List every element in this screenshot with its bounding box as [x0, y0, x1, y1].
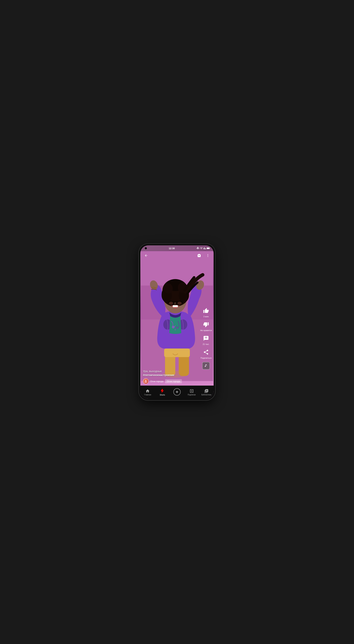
phone-device: 12:30: [139, 244, 215, 400]
nav-add[interactable]: [170, 388, 184, 396]
wifi-icon: [200, 247, 203, 250]
dislike-icon: [203, 322, 209, 328]
subscriptions-icon: [189, 389, 194, 393]
video-title: Ура, выходные: [143, 370, 203, 373]
signal-icon: [203, 247, 206, 250]
svg-point-16: [175, 329, 176, 330]
svg-point-34: [207, 256, 208, 257]
like-icon: [203, 308, 209, 314]
video-hashtag: #пятничноенастроение: [143, 374, 203, 376]
svg-point-30: [169, 302, 173, 304]
share-icon: [203, 349, 209, 355]
channel-name: Огни города: [150, 380, 164, 383]
bottom-nav: Главная Shorts: [140, 386, 214, 399]
music-action[interactable]: [202, 362, 210, 370]
top-bar: [140, 251, 214, 260]
svg-rect-1: [209, 248, 210, 249]
more-button[interactable]: [205, 252, 211, 258]
status-icons: [196, 247, 210, 250]
dislike-action[interactable]: Не нравится: [200, 320, 212, 332]
phone-screen: 12:30: [140, 245, 214, 399]
svg-point-32: [207, 254, 208, 255]
channel-row: Огни города Огни города: [143, 378, 203, 384]
comment-action[interactable]: 21 тыс.: [202, 334, 210, 345]
camera-icon: [197, 254, 201, 258]
back-button[interactable]: [143, 252, 149, 258]
camera-button[interactable]: [196, 252, 202, 258]
bottom-info: Ура, выходные #пятничноенастроение Огни …: [143, 370, 203, 384]
like-action[interactable]: 3 млн: [202, 307, 210, 318]
avatar-person-icon: [144, 380, 148, 383]
dislike-label: Не нравится: [200, 329, 212, 332]
status-bar: 12:30: [140, 245, 214, 251]
svg-rect-35: [205, 366, 207, 366]
nav-home[interactable]: Главная: [140, 389, 155, 396]
more-icon: [206, 254, 210, 257]
status-time: 12:30: [169, 247, 175, 250]
library-icon: [204, 389, 208, 393]
back-icon: [144, 254, 148, 257]
share-action[interactable]: Поделиться: [200, 348, 212, 359]
channel-avatar[interactable]: [143, 378, 149, 384]
dislike-icon-container: [202, 320, 210, 328]
like-icon-container: [202, 307, 210, 315]
add-icon: [175, 390, 179, 394]
right-actions: 3 млн Не нравится 21 тыс.: [200, 307, 212, 370]
nav-home-label: Главная: [144, 394, 151, 396]
comment-count: 21 тыс.: [203, 343, 209, 345]
svg-point-15: [176, 327, 178, 329]
svg-point-31: [177, 302, 182, 304]
music-btn[interactable]: [202, 362, 210, 370]
camera-hole: [145, 247, 147, 249]
nav-library-label: Библиотека: [201, 394, 211, 396]
add-button[interactable]: [173, 388, 181, 396]
shorts-icon: [160, 389, 165, 393]
nav-library[interactable]: Библиотека: [199, 389, 214, 396]
svg-point-27: [164, 283, 173, 294]
top-bar-left: [143, 252, 149, 258]
svg-rect-29: [173, 305, 178, 307]
like-count: 3 млн: [203, 316, 208, 318]
vibrate-icon: [196, 247, 199, 250]
share-label: Поделиться: [200, 357, 212, 359]
top-bar-right: [196, 252, 211, 258]
subscribe-button[interactable]: Огни города: [165, 379, 182, 384]
svg-point-33: [207, 255, 208, 256]
music-icon: [204, 364, 208, 368]
nav-shorts[interactable]: Shorts: [155, 389, 170, 396]
nav-subscriptions-label: Подписки: [188, 394, 196, 396]
nav-shorts-label: Shorts: [160, 394, 165, 396]
comment-icon: [203, 336, 209, 341]
share-icon-container: [202, 348, 210, 356]
home-icon: [146, 389, 150, 393]
svg-point-14: [172, 326, 175, 328]
nav-subscriptions[interactable]: Подписки: [184, 389, 199, 396]
battery-icon: [207, 247, 210, 249]
svg-rect-11: [164, 348, 190, 357]
comment-icon-container: [202, 334, 210, 342]
svg-rect-2: [207, 248, 209, 249]
